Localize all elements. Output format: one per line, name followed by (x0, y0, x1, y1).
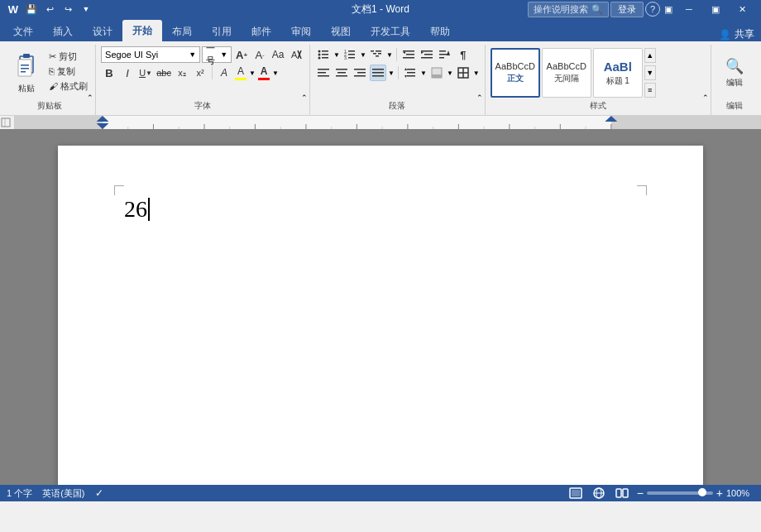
para-row1: ▼ 1. 2. 3. ▼ (315, 46, 480, 63)
ruler-corner[interactable] (0, 116, 15, 129)
tab-layout[interactable]: 布局 (162, 22, 202, 41)
font-shrink-button[interactable]: A- (251, 46, 268, 63)
borders-button[interactable] (455, 65, 471, 81)
tab-view[interactable]: 视图 (321, 22, 361, 41)
clipboard-expand[interactable]: ⌃ (87, 93, 93, 102)
style-item-normal[interactable]: AaBbCcD 正文 (491, 48, 540, 98)
highlight-button[interactable]: A (234, 65, 247, 81)
align-right-button[interactable] (352, 65, 368, 81)
show-marks-button[interactable]: ¶ (455, 46, 471, 63)
tab-design[interactable]: 设计 (83, 22, 122, 41)
minimize-button[interactable]: ─ (677, 0, 701, 18)
redo-icon[interactable]: ↪ (61, 2, 74, 16)
highlight-dropdown-icon[interactable]: ▼ (249, 69, 256, 77)
tab-home[interactable]: 开始 (122, 20, 162, 41)
style-sublabel-no-spacing: 无间隔 (554, 73, 579, 84)
login-button[interactable]: 登录 (610, 2, 644, 17)
tab-mailings[interactable]: 邮件 (242, 22, 281, 41)
save-icon[interactable]: 💾 (25, 2, 38, 16)
help-icon[interactable]: ? (645, 2, 660, 17)
format-paint-button[interactable]: 🖌 格式刷 (46, 79, 90, 93)
font-color-dropdown-icon[interactable]: ▼ (272, 69, 279, 77)
zoom-percent-label[interactable]: 100% (726, 488, 754, 498)
svg-text:A: A (291, 50, 298, 60)
undo-icon[interactable]: ↩ (43, 2, 56, 16)
zoom-slider-thumb[interactable] (698, 488, 706, 496)
justify-button[interactable] (370, 65, 386, 81)
text-effects-button[interactable]: A (216, 65, 232, 81)
tab-insert[interactable]: 插入 (43, 22, 83, 41)
paste-button[interactable]: 粘贴 (8, 46, 45, 99)
zoom-minus-button[interactable]: − (637, 486, 644, 500)
editing-button[interactable]: 🔍 编辑 (716, 46, 753, 99)
svg-rect-20 (348, 57, 355, 59)
line-spacing-dropdown[interactable]: ▼ (420, 69, 427, 77)
share-button[interactable]: 👤 共享 (719, 27, 754, 41)
spell-check-icon[interactable]: ✓ (95, 487, 103, 499)
customize-qat-icon[interactable]: ▼ (79, 2, 93, 16)
strikethrough-button[interactable]: abc (156, 65, 172, 81)
titlebar: W 💾 ↩ ↪ ▼ 文档1 - Word 操作说明搜索 🔍 登录 ? ▣ ─ ▣… (0, 0, 761, 18)
styles-more[interactable]: ≡ (644, 83, 656, 98)
zoom-plus-button[interactable]: + (716, 486, 723, 500)
underline-button[interactable]: U ▼ (137, 65, 154, 81)
sort-button[interactable] (437, 46, 453, 63)
shading-dropdown[interactable]: ▼ (447, 69, 453, 77)
change-case-button[interactable]: Aa (270, 46, 286, 63)
cut-button[interactable]: ✂ 剪切 (46, 50, 90, 64)
align-center-button[interactable] (333, 65, 350, 81)
styles-scroll-down[interactable]: ▼ (644, 65, 656, 80)
clear-formatting-button[interactable]: A (288, 46, 304, 63)
tab-file[interactable]: 文件 (3, 22, 43, 41)
font-grow-button[interactable]: A+ (233, 46, 250, 63)
tab-help[interactable]: 帮助 (420, 22, 460, 41)
decrease-indent-button[interactable] (400, 46, 417, 63)
svg-marker-53 (404, 68, 407, 70)
style-preview-heading1: AaBl (604, 60, 632, 74)
copy-button[interactable]: ⎘ 复制 (46, 65, 90, 79)
superscript-button[interactable]: x² (192, 65, 208, 81)
justify-dropdown[interactable]: ▼ (388, 69, 395, 77)
styles-scroll-up[interactable]: ▲ (644, 48, 656, 63)
style-item-no-spacing[interactable]: AaBbCcD 无间隔 (542, 48, 591, 98)
window-restore-icon[interactable]: ▣ (662, 2, 675, 16)
line-spacing-button[interactable] (402, 65, 419, 81)
bold-button[interactable]: B (101, 65, 117, 81)
borders-dropdown[interactable]: ▼ (473, 69, 480, 77)
numbering-button[interactable]: 1. 2. 3. (342, 46, 358, 63)
zoom-slider[interactable] (647, 491, 713, 495)
web-view-button[interactable] (591, 487, 607, 499)
language-label[interactable]: 英语(美国) (42, 487, 84, 500)
styles-expand[interactable]: ⌃ (702, 93, 709, 102)
font-expand[interactable]: ⌃ (301, 93, 308, 102)
shading-button[interactable] (428, 65, 445, 81)
search-icon: 🔍 (591, 4, 603, 15)
increase-indent-button[interactable] (419, 46, 435, 63)
editing-label: 编辑 (726, 77, 743, 89)
print-view-button[interactable] (567, 487, 584, 499)
search-box[interactable]: 操作说明搜索 🔍 (528, 2, 609, 17)
align-left-button[interactable] (315, 65, 332, 81)
numbering-dropdown[interactable]: ▼ (360, 51, 366, 59)
bullets-dropdown[interactable]: ▼ (333, 51, 340, 59)
font-color-button[interactable]: A (257, 65, 270, 81)
document-content[interactable]: 26 (124, 195, 637, 223)
bullets-button[interactable] (315, 46, 332, 63)
word-count-label[interactable]: 1 个字 (7, 487, 32, 500)
italic-button[interactable]: I (119, 65, 136, 81)
font-size-selector[interactable]: 一号 ▼ (202, 46, 232, 63)
share-label: 共享 (735, 27, 754, 41)
multilevel-list-button[interactable] (368, 46, 385, 63)
tab-developer[interactable]: 开发工具 (361, 22, 420, 41)
close-button[interactable]: ✕ (730, 0, 754, 18)
tab-references[interactable]: 引用 (202, 22, 242, 41)
font-name-selector[interactable]: Segoe UI Syi ▼ (101, 46, 200, 63)
tab-review[interactable]: 审阅 (281, 22, 321, 41)
document-page[interactable]: 26 (58, 146, 703, 485)
read-view-button[interactable] (614, 487, 630, 499)
restore-button[interactable]: ▣ (703, 0, 728, 18)
style-item-heading1[interactable]: AaBl 标题 1 (593, 48, 643, 98)
multilevel-dropdown[interactable]: ▼ (386, 51, 393, 59)
subscript-button[interactable]: x₂ (174, 65, 190, 81)
paragraph-expand[interactable]: ⌃ (476, 93, 483, 102)
